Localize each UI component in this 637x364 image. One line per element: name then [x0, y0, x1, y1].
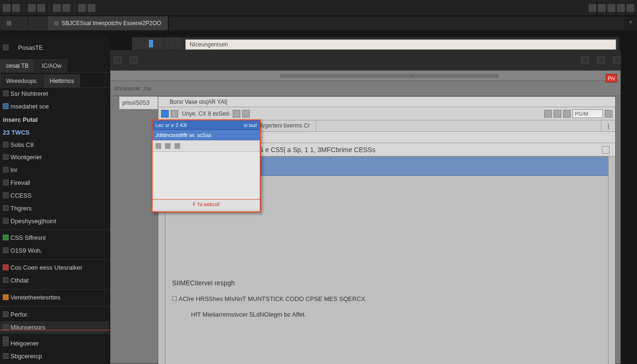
item-label: Cthdat — [10, 277, 28, 284]
nav-back-icon[interactable] — [171, 110, 178, 118]
close-button[interactable]: Prv — [606, 74, 617, 82]
tree-item[interactable]: Ssr Nishtreret — [0, 88, 109, 100]
content-line: AClre HRSShes MIsNnT MUNTSTICK CODO CPSE… — [172, 295, 601, 302]
browser-addressbar: Unye. CX 8 exSed- PG/M — [158, 107, 615, 120]
popup-header-row: Jdittinctxistllffr wi: scSas — [153, 130, 260, 140]
popup-titlebar[interactable]: Lec sr e 2 43l vi last — [153, 120, 260, 130]
item-label: Cos Coen eess Utesralker — [10, 264, 82, 271]
heading-text: SIIMECtiervei respgh — [172, 279, 235, 287]
popup-toolbar — [153, 140, 260, 152]
tab-label: IC/AOw — [42, 63, 61, 69]
tree-item[interactable]: Cos Coen eess Utesralker — [0, 262, 109, 274]
nav-icon[interactable] — [233, 110, 240, 118]
tab-rest — [168, 16, 624, 30]
tree-item[interactable]: Sbgcerercp — [0, 350, 109, 363]
tab-small[interactable] — [28, 16, 47, 30]
close-label: Prv — [608, 76, 615, 81]
tree-item[interactable]: Cthdat — [0, 274, 109, 287]
tree-item[interactable]: Dpeshyseg|hoint — [0, 215, 109, 228]
tree-item[interactable]: msedahet sce — [0, 100, 109, 113]
small-input[interactable]: PG/M — [573, 109, 603, 118]
subtab[interactable]: Ivgerteni bxerms Cr — [255, 120, 316, 131]
tree-item[interactable]: CCESS — [0, 190, 109, 202]
item-label: Héigoener — [10, 340, 39, 347]
workspace-header: Irhreustrer :rss — [110, 71, 620, 96]
explorer-header-item[interactable]: cesat TB PosasTE — [0, 42, 109, 55]
tool-icon[interactable] — [53, 4, 61, 12]
tree-item[interactable]: Firevall — [0, 177, 109, 190]
tree-item[interactable]: Veretetheetesrttes — [0, 291, 109, 304]
tree-item[interactable]: Héigoener — [0, 337, 109, 350]
toolbar-dropdown-row: NIceungentsen — [132, 37, 619, 50]
explorer-subtab[interactable]: Hiettrrncs — [44, 74, 80, 87]
tool-icon[interactable] — [28, 4, 36, 12]
tool-icon[interactable] — [78, 4, 86, 12]
browser-titlebar: Borsr Vase ois|AR YAI| — [158, 97, 615, 107]
view-mode-icon[interactable] — [132, 37, 140, 50]
tree-item[interactable]: Wiontgerier — [0, 151, 109, 164]
content-heading: SIIMECtiervei respgh — [172, 279, 601, 287]
tree-item[interactable]: O1S9 Woh, — [0, 245, 109, 257]
view-mode-icon[interactable] — [173, 37, 181, 50]
tab-label: cesat TB — [6, 63, 28, 69]
explorer-tab[interactable]: cesat TB — [0, 59, 35, 72]
tool-icon[interactable] — [130, 56, 137, 64]
workspace-area: Irhreustrer :rss prisslS0S3 Borsr Vase o… — [110, 70, 621, 364]
explorer-tab[interactable]: IC/AOw — [36, 59, 67, 72]
nav-icon[interactable] — [563, 110, 571, 118]
divider — [0, 229, 109, 230]
view-mode-icon[interactable] — [165, 37, 173, 50]
group-label: 23 TWCS — [3, 129, 29, 136]
view-mode-icon[interactable] — [155, 37, 163, 50]
tree-item[interactable]: Inr — [0, 164, 109, 177]
explorer-tabs: cesat TB IC/AOw — [0, 57, 109, 73]
tool-icon[interactable] — [114, 56, 121, 64]
content-line: HfT Mieliarremstvcer 5LdNOlegm bc Affet. — [191, 311, 601, 318]
nav-icon[interactable] — [605, 110, 612, 118]
tool-icon[interactable] — [581, 56, 589, 64]
tool-icon[interactable] — [155, 143, 161, 149]
view-switch-2 — [165, 37, 181, 50]
layout-icon[interactable] — [598, 4, 606, 12]
divider — [0, 259, 109, 260]
tree-item[interactable]: CSS Sffresnl — [0, 232, 109, 245]
tree-item[interactable]: Sotis C8 — [0, 139, 109, 152]
nav-icon[interactable] — [242, 110, 250, 118]
floating-panel[interactable]: Lec sr e 2 43l vi last Jdittinctxistllff… — [152, 119, 261, 212]
tab-icon — [54, 21, 59, 26]
tool-icon[interactable] — [12, 4, 20, 12]
tab-active[interactable]: SBJCESsal Imespotchv Essene2P2OO — [47, 16, 168, 30]
layout-icon[interactable] — [608, 4, 615, 12]
tabs-overflow[interactable]: × — [624, 16, 637, 30]
gear-icon[interactable] — [627, 4, 634, 12]
tree-item[interactable]: Thgrers — [0, 202, 109, 215]
maximize-icon[interactable] — [602, 146, 610, 154]
workspace-dropdown[interactable]: NIceungentsen — [185, 39, 616, 50]
nav-icon[interactable] — [554, 110, 561, 118]
tool-icon[interactable] — [174, 143, 180, 149]
tool-icon[interactable] — [63, 4, 70, 12]
app-icon — [161, 99, 167, 105]
tool-icon[interactable] — [3, 4, 10, 12]
tool-icon[interactable] — [613, 56, 621, 64]
explorer-subtab[interactable]: Weeedoops — [0, 74, 43, 87]
tree-item[interactable]: Perfor. — [0, 309, 109, 321]
line-text: AClre HRSShes MIsNnT MUNTSTICK CODO CPSE… — [179, 295, 367, 302]
heading-label: inserc Putal — [3, 116, 38, 123]
tool-icon[interactable] — [165, 143, 171, 149]
ws-tab[interactable] — [413, 74, 498, 78]
tool-icon[interactable] — [597, 56, 605, 64]
tree-item-selected[interactable]: Milunsersors — [0, 321, 109, 334]
tab-blank[interactable] — [0, 16, 28, 30]
user-icon[interactable] — [589, 4, 596, 12]
view-mode-icon[interactable] — [147, 37, 155, 50]
tree-item[interactable] — [0, 334, 109, 337]
tool-icon[interactable] — [88, 4, 95, 12]
view-mode-icon[interactable] — [140, 37, 147, 50]
ws-tab[interactable] — [280, 74, 413, 78]
item-label: CCESS — [10, 192, 32, 199]
tool-icon[interactable] — [37, 4, 45, 12]
secondary-tool-row — [110, 50, 621, 70]
nav-icon[interactable] — [544, 110, 552, 118]
layout-icon[interactable] — [617, 4, 625, 12]
